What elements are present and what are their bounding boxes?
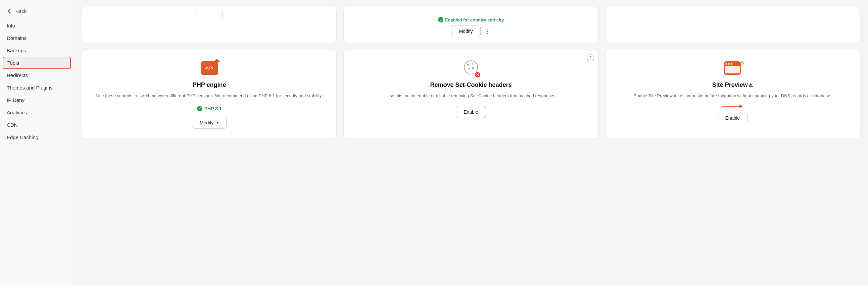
- site-preview-title: Site Preview⚠: [712, 81, 753, 88]
- arrow-icon: [722, 106, 742, 107]
- browser-dot-3: [731, 63, 733, 65]
- enabled-status: Enabled for country and city: [438, 17, 504, 23]
- cookie-x-badge-icon: ✕: [474, 71, 481, 78]
- site-preview-browser-icon: [724, 61, 741, 75]
- sidebar-item-backups[interactable]: Backups: [0, 44, 73, 57]
- modify-button[interactable]: Modify: [451, 25, 480, 37]
- modify-btn-row: Modify ⋮: [451, 25, 490, 37]
- php-engine-description: Use these controls to switch between dif…: [96, 93, 322, 99]
- cards-grid: </> PHP engine Use these controls to swi…: [82, 49, 860, 139]
- site-preview-enable-button[interactable]: Enable: [718, 112, 748, 124]
- back-label: Back: [16, 8, 27, 14]
- php-status-dot-icon: [197, 106, 203, 111]
- back-arrow-icon: [7, 8, 13, 14]
- partial-card-3: [605, 7, 860, 43]
- browser-dot-2: [728, 63, 730, 65]
- site-preview-warning-icon: ⚠: [748, 82, 753, 88]
- sidebar-item-edge-caching[interactable]: Edge Caching: [0, 131, 73, 143]
- remove-cookie-enable-button[interactable]: Enable: [456, 106, 486, 118]
- sidebar-item-domains[interactable]: Domains: [0, 32, 73, 44]
- sidebar-item-themes-plugins[interactable]: Themes and Plugins: [0, 81, 73, 94]
- php-modify-button[interactable]: Modify ▾: [192, 117, 226, 129]
- chevron-down-icon: ▾: [217, 120, 219, 125]
- partial-card-1: [82, 7, 337, 43]
- back-button[interactable]: Back: [0, 5, 73, 20]
- sidebar-item-analytics[interactable]: Analytics: [0, 106, 73, 119]
- site-preview-description: Enable Site Preview to test your site be…: [634, 93, 832, 99]
- help-icon[interactable]: ?: [587, 54, 594, 61]
- svg-point-6: [470, 66, 471, 67]
- svg-point-5: [472, 67, 474, 69]
- site-preview-icon-wrapper: ⚠: [724, 59, 741, 77]
- sidebar-item-ip-deny[interactable]: IP Deny: [0, 94, 73, 106]
- site-preview-card: ⚠ Site Preview⚠ Enable Site Preview to t…: [605, 49, 860, 139]
- arrow-line: [722, 106, 742, 107]
- cookie-icon-wrapper: ✕: [462, 59, 479, 77]
- svg-point-4: [468, 68, 470, 69]
- partial-card-geo: Enabled for country and city Modify ⋮: [343, 7, 598, 43]
- php-engine-icon: </>: [201, 61, 218, 75]
- remove-cookie-card: ? ✕ Remove Set-Cookie headers Use t: [343, 49, 598, 139]
- sidebar-nav: Info Domains Backups Tools Redirects The…: [0, 20, 73, 143]
- php-icon: </>: [201, 59, 218, 77]
- warning-triangle-icon: ⚠: [740, 60, 744, 65]
- sidebar: Back Info Domains Backups Tools Redirect…: [0, 0, 74, 285]
- sidebar-item-redirects[interactable]: Redirects: [0, 69, 73, 81]
- partial-card-row: Enabled for country and city Modify ⋮: [82, 7, 860, 43]
- cookie-icon: ✕: [462, 59, 479, 77]
- more-options-icon[interactable]: ⋮: [485, 28, 491, 35]
- browser-dot-1: [725, 63, 727, 65]
- browser-screen: [725, 66, 740, 73]
- svg-point-2: [467, 64, 469, 66]
- main-content: Enabled for country and city Modify ⋮ </…: [74, 0, 868, 285]
- php-engine-card: </> PHP engine Use these controls to swi…: [82, 49, 337, 139]
- remove-cookie-title: Remove Set-Cookie headers: [430, 81, 512, 88]
- sidebar-item-info[interactable]: Info: [0, 20, 73, 32]
- code-brackets-icon: </>: [205, 64, 215, 72]
- remove-cookie-description: Use this tool to enable or disable remov…: [387, 93, 556, 99]
- sidebar-item-tools[interactable]: Tools: [3, 57, 71, 69]
- php-version-label: PHP 8.1: [205, 106, 222, 111]
- svg-text:</>: </>: [205, 65, 214, 71]
- php-engine-title: PHP engine: [193, 81, 226, 88]
- php-status-badge: PHP 8.1: [197, 106, 222, 111]
- sidebar-item-cdn[interactable]: CDN: [0, 119, 73, 131]
- status-dot-icon: [438, 17, 443, 23]
- svg-point-3: [472, 63, 473, 65]
